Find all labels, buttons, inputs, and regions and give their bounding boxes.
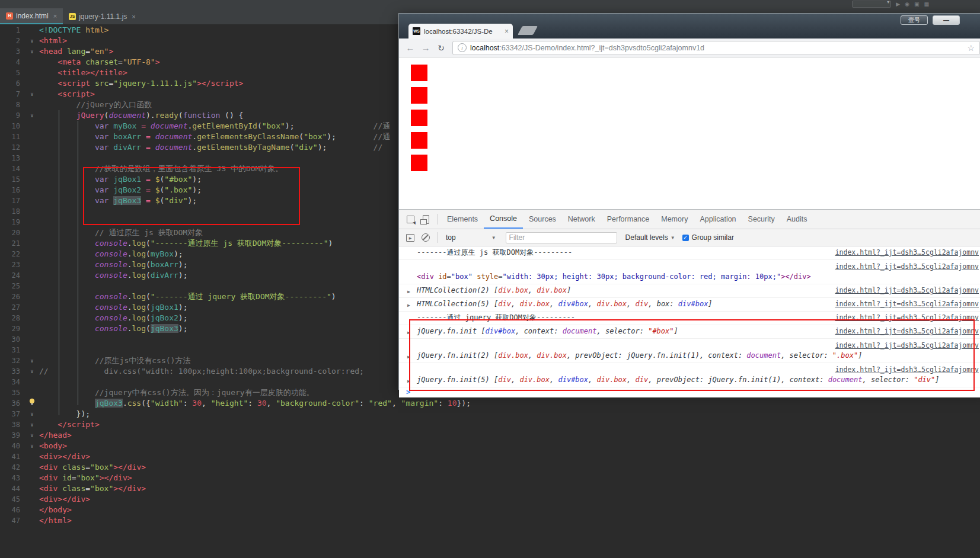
devtools-tab-console[interactable]: Console bbox=[484, 210, 523, 229]
url-text[interactable]: localhost:63342/JS-Demo/index.html?_ijt=… bbox=[470, 44, 963, 52]
code-line: 37∨ }); bbox=[0, 409, 980, 419]
divider bbox=[437, 232, 438, 243]
console-message: ▶HTMLCollection(2) [div.box, div.box]ind… bbox=[399, 284, 980, 297]
intention-bulb-icon bbox=[25, 398, 39, 409]
editor-tab-label: index.html bbox=[16, 12, 49, 20]
code-line: 36 jqBox3.css({"width": 30, "height": 30… bbox=[0, 398, 980, 409]
code-line: 38∨ </script> bbox=[0, 419, 980, 430]
red-box bbox=[411, 87, 427, 104]
console-sidebar-icon[interactable]: ▶ bbox=[403, 232, 418, 243]
run-icon[interactable]: ▶ bbox=[896, 1, 900, 7]
expand-arrow-icon[interactable]: ▶ bbox=[407, 287, 410, 296]
chevron-down-icon: ▼ bbox=[491, 235, 496, 240]
execution-context-dropdown[interactable]: top ▼ bbox=[446, 233, 496, 242]
group-similar-checkbox[interactable]: ✓ bbox=[682, 235, 689, 241]
close-tab-icon[interactable]: × bbox=[505, 27, 509, 36]
code-line: 40∨<body> bbox=[0, 441, 980, 451]
console-source-link[interactable]: index.html?_ijt=dsh3…5cgli2afajomnv bbox=[835, 300, 979, 309]
code-line: 42<div class="box"></div> bbox=[0, 462, 980, 473]
profiler-icon[interactable]: ▦ bbox=[924, 1, 929, 7]
log-levels-dropdown[interactable]: Default levels ▼ bbox=[625, 233, 675, 242]
coverage-icon[interactable]: ▣ bbox=[914, 1, 920, 7]
console-row: ▶HTMLCollection(5) [div, div.box, div#bo… bbox=[399, 298, 980, 312]
reload-icon[interactable]: ↻ bbox=[435, 43, 448, 53]
webstorm-favicon: WS bbox=[413, 27, 420, 35]
devtools-tab-memory[interactable]: Memory bbox=[655, 210, 694, 229]
code-line: 43<div id="box"></div> bbox=[0, 473, 980, 483]
code-line: 44<div class="box"></div> bbox=[0, 483, 980, 494]
console-message: <div id="box" style="width: 30px; height… bbox=[399, 271, 980, 284]
console-row: index.html?_ijt=dsh3…5cgli2afajomnv<div … bbox=[399, 260, 980, 284]
devtools-tab-performance[interactable]: Performance bbox=[601, 210, 656, 229]
js-file-icon: JS bbox=[69, 13, 76, 20]
context-label: top bbox=[446, 233, 456, 242]
url-path: :63342/JS-Demo/index.html?_ijt=dsh3pvsdt… bbox=[499, 44, 704, 52]
console-annotation-rectangle bbox=[409, 319, 975, 391]
html-file-icon: H bbox=[6, 12, 13, 20]
browser-window: WS localhost:63342/JS-De × 壹号 — ← → ↻ i … bbox=[398, 13, 980, 390]
code-line: 45<div></div> bbox=[0, 494, 980, 505]
close-tab-icon[interactable]: × bbox=[53, 12, 57, 20]
clear-console-icon[interactable] bbox=[418, 232, 433, 243]
console-source-line: index.html?_ijt=dsh3…5cgli2afajomnv bbox=[399, 260, 980, 271]
red-box bbox=[411, 132, 427, 149]
browser-tab-title: localhost:63342/JS-De bbox=[424, 28, 501, 35]
levels-label: Default levels bbox=[625, 233, 668, 242]
forward-icon[interactable]: → bbox=[419, 43, 432, 53]
console-row: ▶HTMLCollection(2) [div.box, div.box]ind… bbox=[399, 284, 980, 298]
console-source-link[interactable]: index.html?_ijt=dsh3…5cgli2afajomnv bbox=[835, 262, 979, 271]
code-line: 47</html> bbox=[0, 515, 980, 526]
device-toolbar-icon[interactable] bbox=[418, 213, 433, 225]
red-box bbox=[411, 65, 427, 81]
debug-icon[interactable]: ◉ bbox=[905, 1, 909, 7]
indent-guide bbox=[59, 110, 59, 415]
back-icon[interactable]: ← bbox=[404, 43, 417, 53]
console-message: -------通过原生 js 获取DOM对象---------index.htm… bbox=[399, 246, 980, 259]
run-configuration-dropdown[interactable] bbox=[852, 1, 891, 8]
browser-toolbar: ← → ↻ i localhost:63342/JS-Demo/index.ht… bbox=[399, 39, 980, 57]
new-tab-button[interactable] bbox=[518, 26, 538, 35]
expand-arrow-icon[interactable]: ▶ bbox=[407, 301, 410, 310]
minimize-window-button[interactable]: — bbox=[933, 15, 960, 25]
ide-top-toolbar: ▶ ◉ ▣ ▦ bbox=[0, 0, 980, 8]
page-info-icon[interactable]: i bbox=[458, 43, 467, 52]
console-message: ▶HTMLCollection(5) [div, div.box, div#bo… bbox=[399, 298, 980, 311]
group-similar-label: Group similar bbox=[692, 233, 734, 242]
chevron-down-icon: ▼ bbox=[671, 235, 675, 240]
devtools-tab-application[interactable]: Application bbox=[694, 210, 742, 229]
console-filter-input[interactable] bbox=[506, 232, 617, 243]
console-toolbar: ▶ top ▼ Default levels ▼ ✓ Group similar bbox=[399, 229, 980, 246]
devtools-tabbar: ElementsConsoleSourcesNetworkPerformance… bbox=[399, 210, 980, 229]
devtools-tab-elements[interactable]: Elements bbox=[441, 210, 484, 229]
indent-guide bbox=[78, 121, 78, 405]
divider bbox=[437, 214, 438, 225]
address-bar[interactable]: i localhost:63342/JS-Demo/index.html?_ij… bbox=[452, 41, 980, 55]
red-box bbox=[411, 110, 427, 126]
code-line: 46</body> bbox=[0, 505, 980, 515]
devtools-tab-security[interactable]: Security bbox=[742, 210, 781, 229]
close-tab-icon[interactable]: × bbox=[132, 13, 135, 20]
page-viewport bbox=[399, 57, 980, 209]
devtools-tab-audits[interactable]: Audits bbox=[781, 210, 813, 229]
screen: { "ide": { "window_tabs": [ {"label": "i… bbox=[0, 0, 980, 558]
console-row: -------通过原生 js 获取DOM对象---------index.htm… bbox=[399, 246, 980, 260]
editor-tab-jquery[interactable]: JS jquery-1.11.1.js × bbox=[63, 8, 142, 24]
editor-tab-index-html[interactable]: H index.html × bbox=[0, 8, 63, 24]
viewport-boxes bbox=[399, 65, 980, 171]
browser-titlebar[interactable]: WS localhost:63342/JS-De × 壹号 — bbox=[399, 14, 980, 39]
editor-annotation-rectangle bbox=[83, 167, 300, 225]
red-box bbox=[411, 155, 427, 171]
url-host: localhost bbox=[470, 44, 499, 52]
devtools-tab-sources[interactable]: Sources bbox=[523, 210, 562, 229]
profile-badge-button[interactable]: 壹号 bbox=[901, 15, 928, 25]
bookmark-star-icon[interactable]: ☆ bbox=[967, 43, 975, 53]
browser-tab[interactable]: WS localhost:63342/JS-De × bbox=[408, 24, 513, 39]
inspect-element-icon[interactable] bbox=[403, 213, 418, 225]
code-line: 41<div></div> bbox=[0, 451, 980, 462]
code-line: 39∨</head> bbox=[0, 430, 980, 441]
console-source-link[interactable]: index.html?_ijt=dsh3…5cgli2afajomnv bbox=[835, 286, 979, 295]
editor-tab-label: jquery-1.11.1.js bbox=[79, 12, 127, 21]
devtools-tabs: ElementsConsoleSourcesNetworkPerformance… bbox=[441, 210, 813, 229]
devtools-tab-network[interactable]: Network bbox=[562, 210, 601, 229]
console-source-link[interactable]: index.html?_ijt=dsh3…5cgli2afajomnv bbox=[835, 248, 979, 257]
